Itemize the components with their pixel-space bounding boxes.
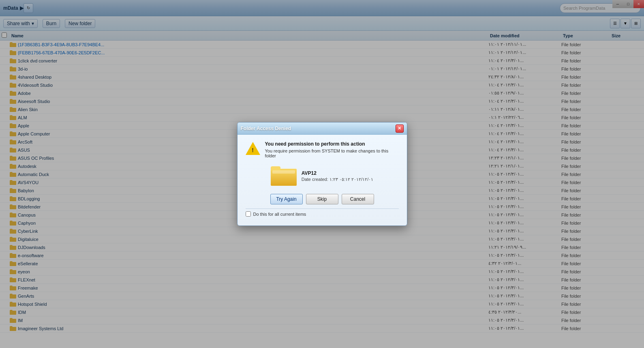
- dialog-close-button[interactable]: ✕: [396, 125, 404, 133]
- dialog-body: ! You need permission to perform this ac…: [237, 135, 407, 226]
- dialog-overlay: Folder Access Denied ✕ ! You need permis…: [0, 0, 644, 348]
- dialog-sub-text: You require permission from SYSTEM to ma…: [265, 148, 399, 158]
- try-again-button[interactable]: Try Again: [270, 194, 303, 204]
- dialog-text-area: You need permission to perform this acti…: [265, 141, 399, 158]
- all-items-checkbox[interactable]: [246, 211, 251, 217]
- folder-date-label: Date created:: [302, 177, 328, 182]
- checkbox-label: Do this for all current items: [253, 212, 306, 217]
- cancel-button[interactable]: Cancel: [342, 194, 374, 204]
- dialog-warning-row: ! You need permission to perform this ac…: [246, 141, 399, 158]
- folder-date: Date created: ٢٠١٢/١٢/٠١ ٠٥:١٢ ١:٢٣: [302, 177, 373, 182]
- folder-access-denied-dialog: Folder Access Denied ✕ ! You need permis…: [237, 122, 407, 226]
- folder-info: AVP12 Date created: ٢٠١٢/١٢/٠١ ٠٥:١٢ ١:٢…: [302, 170, 373, 182]
- warning-icon: !: [246, 141, 260, 156]
- folder-date-value: ٢٠١٢/١٢/٠١ ٠٥:١٢ ١:٢٣: [329, 177, 373, 182]
- dialog-titlebar: Folder Access Denied ✕: [237, 122, 407, 135]
- dialog-buttons: Try Again Skip Cancel: [246, 194, 399, 204]
- dialog-checkbox-row: Do this for all current items: [246, 208, 399, 219]
- dialog-main-text: You need permission to perform this acti…: [265, 141, 399, 147]
- dialog-title: Folder Access Denied: [241, 126, 396, 131]
- dialog-folder-section: AVP12 Date created: ٢٠١٢/١٢/٠١ ٠٥:١٢ ١:٢…: [246, 165, 399, 187]
- folder-name: AVP12: [302, 170, 373, 176]
- skip-button[interactable]: Skip: [306, 194, 338, 204]
- dialog-folder-icon: [271, 165, 297, 187]
